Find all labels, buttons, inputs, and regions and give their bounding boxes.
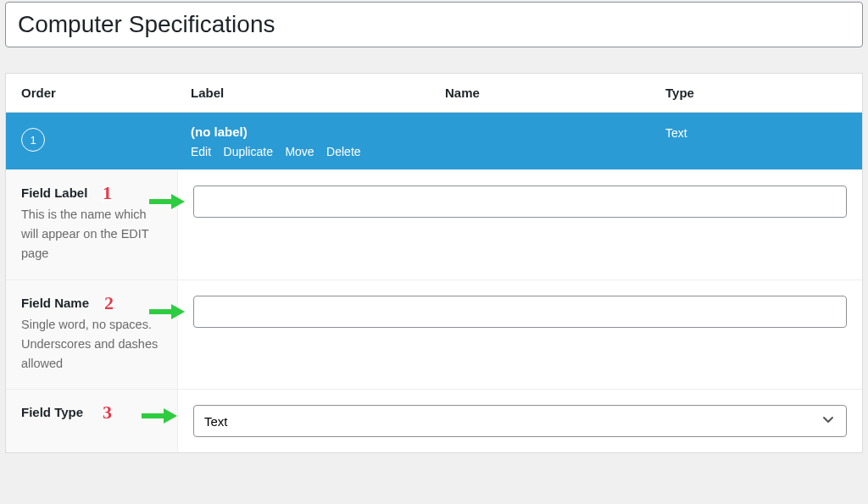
annotation-arrow-2 bbox=[147, 302, 185, 321]
annotation-number-3: 3 bbox=[103, 402, 112, 424]
group-title-input[interactable] bbox=[5, 2, 863, 47]
field-label-input[interactable] bbox=[193, 186, 847, 218]
edit-action[interactable]: Edit bbox=[191, 145, 211, 158]
annotation-number-2: 2 bbox=[104, 292, 114, 314]
setting-field-name-desc: Single word, no spaces. Underscores and … bbox=[21, 315, 162, 374]
header-name: Name bbox=[445, 86, 665, 100]
setting-field-label-row: Field Label This is the name which will … bbox=[6, 169, 862, 280]
setting-field-type-row: Field Type 3 Text bbox=[6, 389, 862, 452]
setting-field-name-row: Field Name Single word, no spaces. Under… bbox=[6, 280, 862, 390]
setting-field-label-title: Field Label bbox=[21, 186, 162, 200]
annotation-arrow-1 bbox=[147, 192, 185, 211]
setting-field-name-title: Field Name bbox=[21, 296, 162, 310]
duplicate-action[interactable]: Duplicate bbox=[224, 145, 273, 158]
field-row[interactable]: 1 (no label) Edit Duplicate Move Delete … bbox=[6, 113, 862, 169]
annotation-number-1: 1 bbox=[103, 182, 112, 204]
delete-action[interactable]: Delete bbox=[326, 145, 360, 158]
field-row-type: Text bbox=[665, 125, 847, 140]
svg-marker-3 bbox=[171, 304, 185, 319]
svg-marker-1 bbox=[171, 194, 185, 209]
order-badge[interactable]: 1 bbox=[21, 128, 45, 152]
setting-field-label-desc: This is the name which will appear on th… bbox=[21, 205, 162, 264]
field-name-input[interactable] bbox=[193, 296, 847, 328]
move-action[interactable]: Move bbox=[285, 145, 314, 158]
header-order: Order bbox=[21, 86, 191, 100]
field-row-label[interactable]: (no label) bbox=[191, 125, 445, 139]
header-type: Type bbox=[665, 86, 847, 100]
fields-panel: Order Label Name Type 1 (no label) Edit … bbox=[5, 73, 863, 453]
field-type-select[interactable]: Text bbox=[193, 405, 847, 437]
svg-marker-5 bbox=[164, 408, 177, 424]
field-row-actions: Edit Duplicate Move Delete bbox=[191, 144, 445, 159]
annotation-arrow-3 bbox=[140, 407, 177, 425]
header-label: Label bbox=[191, 86, 445, 100]
field-list-header: Order Label Name Type bbox=[6, 74, 862, 113]
